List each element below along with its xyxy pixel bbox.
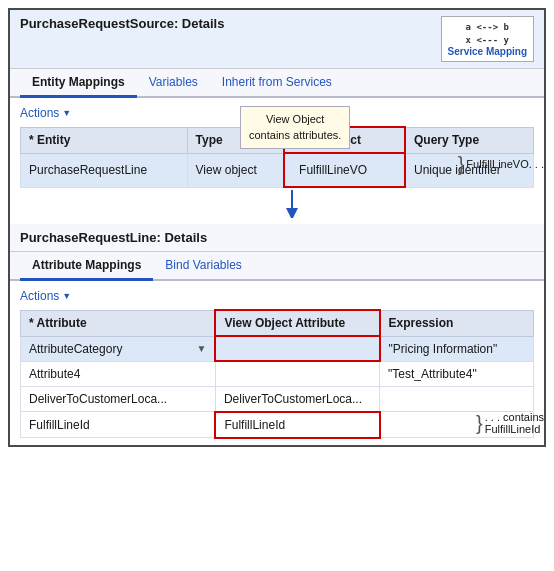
service-mapping-box[interactable]: a <--> b x <--- y Service Mapping <box>441 16 534 62</box>
connector-arrow-svg <box>282 188 302 218</box>
page-header: PurchaseRequestSource: Details a <--> b … <box>10 10 544 69</box>
attribute-mappings-table: * Attribute View Object Attribute Expres… <box>20 309 534 439</box>
tab-entity-mappings[interactable]: Entity Mappings <box>20 69 137 98</box>
col-query-type: Query Type <box>405 127 534 153</box>
table-row[interactable]: Attribute4 "Test_Attribute4" <box>21 361 534 386</box>
connector-arrow-area <box>50 188 534 218</box>
bottom-tabs-row: Attribute Mappings Bind Variables <box>10 252 544 281</box>
attribute-dropdown-icon[interactable]: ▼ <box>197 343 207 354</box>
col-attribute: * Attribute <box>21 310 216 336</box>
cell-voa-0[interactable] <box>215 336 379 361</box>
table-row[interactable]: DeliverToCustomerLoca... DeliverToCustom… <box>21 386 534 412</box>
cell-entity: PurchaseRequestLine <box>21 153 188 187</box>
table-row[interactable]: AttributeCategory ▼ "Pricing Information… <box>21 336 534 361</box>
cell-type: View object <box>187 153 284 187</box>
sub-section-title: PurchaseRequestLine: Details <box>10 224 544 252</box>
top-actions-button[interactable]: Actions ▼ <box>20 106 71 120</box>
cell-attribute-1: Attribute4 <box>21 361 216 386</box>
bottom-brace-symbol: } <box>476 413 483 433</box>
top-brace-callout: } FulfillLineVO. . . <box>458 154 544 174</box>
cell-view-object[interactable]: FulfillLineVO <box>284 153 405 187</box>
cell-expr-2 <box>380 386 534 412</box>
bottom-actions-row: Actions ▼ <box>20 289 534 303</box>
bottom-section-body: Actions ▼ * Attribute View Object Attrib… <box>10 281 544 445</box>
tab-bind-variables[interactable]: Bind Variables <box>153 252 254 281</box>
cell-attribute-3: FulfillLineId <box>21 412 216 438</box>
cell-voa-2: DeliverToCustomerLoca... <box>215 386 379 412</box>
table-row[interactable]: FulfillLineId FulfillLineId <box>21 412 534 438</box>
cell-attribute-2: DeliverToCustomerLoca... <box>21 386 216 412</box>
view-object-callout: View Objectcontains attributes. <box>240 106 350 149</box>
top-section-body: View Objectcontains attributes. Actions … <box>10 98 544 224</box>
col-expression: Expression <box>380 310 534 336</box>
actions-dropdown-arrow: ▼ <box>62 108 71 118</box>
top-tabs-row: Entity Mappings Variables Inherit from S… <box>10 69 544 98</box>
page-title-text: PurchaseRequestSource: Details <box>20 16 224 31</box>
cell-voa-1 <box>215 361 379 386</box>
bottom-actions-button[interactable]: Actions ▼ <box>20 289 71 303</box>
cell-expr-0: "Pricing Information" <box>380 336 534 361</box>
service-mapping-label: Service Mapping <box>448 46 527 57</box>
main-container: PurchaseRequestSource: Details a <--> b … <box>8 8 546 447</box>
bottom-actions-dropdown-arrow: ▼ <box>62 291 71 301</box>
tab-inherit-from-services[interactable]: Inherit from Services <box>210 69 344 98</box>
table-row[interactable]: PurchaseRequestLine View object FulfillL… <box>21 153 534 187</box>
col-view-object-attribute: View Object Attribute <box>215 310 379 336</box>
bottom-brace-callout: } . . . contains FulfillLineId <box>476 411 544 435</box>
bottom-table-container: * Attribute View Object Attribute Expres… <box>20 309 534 439</box>
cell-expr-1: "Test_Attribute4" <box>380 361 534 386</box>
service-mapping-arrows: a <--> b x <--- y <box>448 21 527 46</box>
cell-attribute-0: AttributeCategory ▼ <box>21 336 216 361</box>
tab-variables[interactable]: Variables <box>137 69 210 98</box>
col-entity: * Entity <box>21 127 188 153</box>
brace-symbol: } <box>458 154 465 174</box>
tab-attribute-mappings[interactable]: Attribute Mappings <box>20 252 153 281</box>
attr-table-header-row: * Attribute View Object Attribute Expres… <box>21 310 534 336</box>
cell-voa-3[interactable]: FulfillLineId <box>215 412 379 438</box>
